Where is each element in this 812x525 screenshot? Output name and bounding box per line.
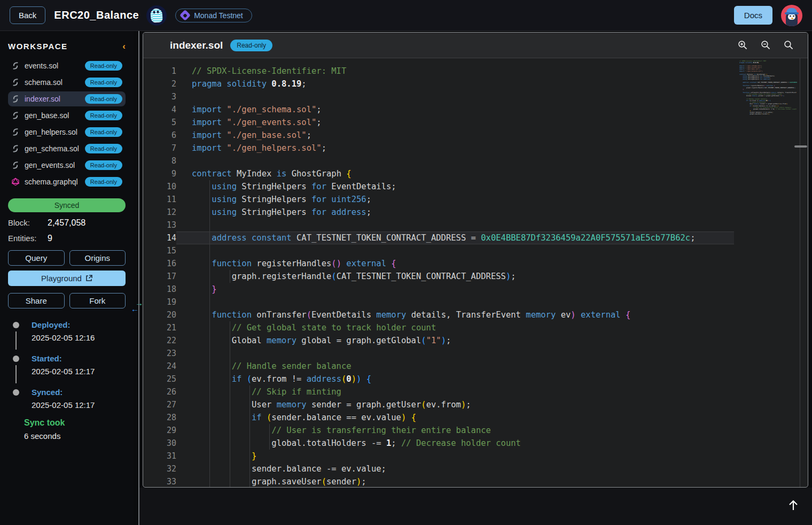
file-item[interactable]: gen_events.solRead-only: [8, 158, 126, 173]
readonly-badge: Read-only: [85, 177, 122, 187]
file-item[interactable]: events.solRead-only: [8, 58, 126, 73]
file-list: events.solRead-onlyschema.solRead-onlyin…: [8, 58, 126, 189]
file-item-name: schema.sol: [25, 78, 63, 87]
solidity-icon: [11, 111, 20, 120]
code-line: 20 function onTransfer(EventDetails memo…: [143, 308, 808, 321]
sync-took-value: 6 seconds: [24, 431, 126, 441]
resize-handle[interactable]: → ←: [130, 298, 149, 314]
file-item[interactable]: schema.solRead-only: [8, 75, 126, 90]
monad-icon: [179, 10, 191, 21]
solidity-icon: [11, 78, 20, 87]
block-label: Block:: [8, 218, 48, 228]
code-line: 10 using StringHelpers for EventDetails;: [143, 180, 808, 193]
top-bar: Back ERC20_Balance Monad Testnet Docs: [0, 0, 812, 31]
bottom-bar: [139, 488, 812, 525]
code-line: 1// SPDX-License-Identifier: MIT: [143, 65, 808, 78]
zoom-out-icon[interactable]: [761, 40, 771, 50]
file-item-name: gen_helpers.sol: [25, 128, 77, 136]
user-avatar[interactable]: [781, 5, 802, 26]
sidebar: WORKSPACE ‹ events.solRead-onlyschema.so…: [0, 31, 134, 525]
code-line: 4import "./gen_schema.sol";: [143, 103, 808, 116]
playground-label: Playground: [41, 274, 82, 283]
network-badge[interactable]: Monad Testnet: [175, 9, 252, 22]
timeline-item: Started:2025-02-05 12:17: [8, 354, 126, 388]
readonly-badge: Read-only: [85, 160, 122, 170]
code-editor[interactable]: 1// SPDX-License-Identifier: MIT2pragma …: [143, 58, 808, 488]
arrow-up-icon: [786, 498, 800, 512]
workspace-title: WORKSPACE: [8, 42, 68, 51]
file-item[interactable]: gen_helpers.solRead-only: [8, 125, 126, 140]
code-line: 3: [143, 90, 808, 103]
solidity-icon: [11, 161, 20, 169]
fork-button[interactable]: Fork: [69, 293, 126, 308]
file-item[interactable]: gen_base.solRead-only: [8, 108, 126, 123]
readonly-badge: Read-only: [85, 144, 122, 153]
readonly-badge: Read-only: [85, 111, 122, 120]
ghost-body: [150, 8, 163, 22]
file-item-name: events.sol: [25, 61, 58, 70]
resize-arrow-left-icon: ←: [131, 305, 139, 313]
search-icon[interactable]: [784, 40, 794, 50]
minimap[interactable]: // SPDX-License-Identifier: MITpragma so…: [739, 60, 797, 115]
ghost-logo-icon: [146, 5, 167, 26]
solidity-icon: [11, 144, 20, 153]
sync-took-label: Sync took: [24, 418, 126, 428]
timeline-label: Synced:: [32, 388, 95, 397]
code-line: 17 graph.registerHandle(CAT_TESTNET_TOKE…: [143, 270, 808, 283]
code-line: 18 }: [143, 283, 808, 296]
entities-value: 9: [48, 234, 52, 243]
code-line: 30 global.totalHolders -= 1; // Decrease…: [143, 437, 808, 450]
file-item-name: indexer.sol: [25, 95, 60, 103]
code-line: 29 // User is transferring their entire …: [143, 424, 808, 437]
timeline-label: Started:: [32, 354, 95, 363]
editor-readonly-badge: Read-only: [230, 40, 272, 51]
sync-status-pill: Synced: [8, 198, 126, 212]
file-item[interactable]: gen_schema.solRead-only: [8, 141, 126, 156]
code-line: 21 // Get global state to track holder c…: [143, 321, 808, 334]
timeline-dot: [13, 322, 19, 328]
code-line: 33 graph.saveUser(sender);: [143, 475, 808, 488]
code-line: 14 address constant CAT_TESTNET_TOKEN_CO…: [143, 231, 808, 244]
editor-header: indexer.sol Read-only: [143, 33, 808, 58]
back-button[interactable]: Back: [10, 6, 45, 24]
page-title: ERC20_Balance: [54, 9, 139, 21]
scroll-top-button[interactable]: [786, 498, 800, 514]
zoom-in-icon[interactable]: [738, 40, 748, 50]
readonly-badge: Read-only: [85, 127, 122, 137]
code-line: 32 sender.balance -= ev.value;: [143, 462, 808, 475]
editor-panel: indexer.sol Read-only 1// SPDX-License-I…: [143, 32, 808, 488]
editor-scrollbar-track: [800, 58, 800, 487]
file-item-name: gen_base.sol: [25, 111, 69, 120]
code-line: 7import "./gen_helpers.sol";: [143, 142, 808, 155]
editor-scrollbar-thumb[interactable]: [794, 145, 807, 148]
code-line: 13: [143, 219, 808, 231]
code-line: 12 using StringHelpers for address;: [143, 206, 808, 219]
code-line: 11 using StringHelpers for uint256;: [143, 193, 808, 206]
code-line: 2pragma solidity 0.8.19;: [143, 78, 808, 90]
code-line: 9contract MyIndex is GhostGraph {: [143, 167, 808, 180]
external-link-icon: [85, 275, 92, 282]
timeline-dot: [13, 356, 19, 362]
share-button[interactable]: Share: [8, 293, 65, 308]
code-line: 19: [143, 296, 808, 308]
code-line: 23: [143, 347, 808, 360]
timeline-label: Deployed:: [32, 320, 95, 329]
timeline-dot: [13, 389, 19, 396]
file-item-name: gen_schema.sol: [25, 144, 79, 153]
readonly-badge: Read-only: [85, 94, 122, 104]
query-button[interactable]: Query: [8, 250, 65, 266]
playground-button[interactable]: Playground: [8, 271, 126, 286]
code-line: 24 // Handle sender balance: [143, 360, 808, 373]
timeline-date: 2025-02-05 12:16: [32, 333, 95, 342]
code-line: 22 Global memory global = graph.getGloba…: [143, 334, 808, 347]
code-line: 5import "./gen_events.sol";: [143, 116, 808, 129]
origins-button[interactable]: Origins: [69, 250, 126, 266]
code-line: 31 }: [143, 450, 808, 462]
solidity-icon: [11, 61, 20, 70]
collapse-sidebar-icon[interactable]: ‹: [122, 42, 126, 51]
file-item[interactable]: indexer.solRead-only: [8, 91, 126, 106]
code-line: 27 User memory sender = graph.getUser(ev…: [143, 398, 808, 411]
file-item[interactable]: schema.graphqlRead-only: [8, 174, 126, 189]
network-label: Monad Testnet: [194, 11, 243, 20]
docs-button[interactable]: Docs: [734, 6, 772, 25]
